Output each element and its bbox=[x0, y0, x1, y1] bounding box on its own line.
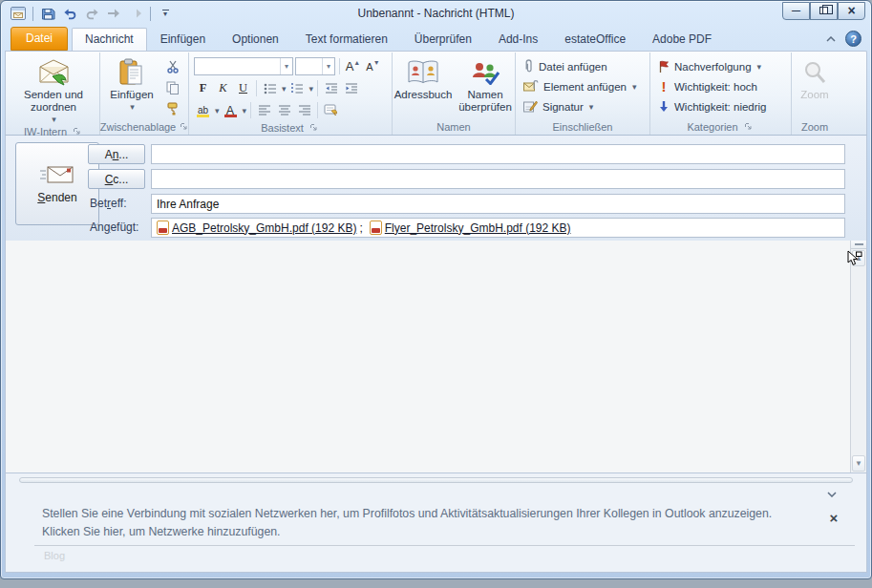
dialog-launcher-icon[interactable] bbox=[308, 122, 320, 134]
send-envelope-icon bbox=[38, 164, 76, 185]
send-and-assign-button[interactable]: Senden und zuordnen ▾ bbox=[10, 53, 97, 126]
ribbon-tabbar: Datei Nachricht Einfügen Optionen Text f… bbox=[5, 26, 867, 51]
titlebar: ▾ Unbenannt - Nachricht (HTML) — × bbox=[5, 1, 867, 26]
scroll-down-button[interactable]: ▼ bbox=[852, 455, 865, 472]
font-color-icon[interactable]: A bbox=[222, 101, 240, 119]
people-pane-splitter[interactable] bbox=[19, 477, 853, 483]
arrow-down-icon bbox=[658, 100, 670, 113]
clipboard-small-buttons bbox=[161, 53, 184, 118]
to-input[interactable] bbox=[151, 144, 845, 164]
social-connect-message[interactable]: Stellen Sie eine Verbindung mit sozialen… bbox=[42, 505, 809, 541]
attachment-item[interactable]: AGB_Petrolsky_GmbH.pdf (192 KB); bbox=[157, 220, 363, 235]
cc-label: Cc... bbox=[105, 173, 129, 186]
address-book-button[interactable]: Adressbuch bbox=[393, 53, 454, 118]
tab-einfuegen[interactable]: Einfügen bbox=[147, 28, 219, 51]
attach-item-button[interactable]: Element anfügen ▾ bbox=[518, 76, 648, 96]
follow-up-label: Nachverfolgung bbox=[674, 61, 752, 73]
group-label-einschliessen: Einschließen bbox=[518, 118, 648, 135]
address-book-label: Adressbuch bbox=[394, 89, 453, 101]
attach-file-label: Datei anfügen bbox=[539, 61, 607, 73]
send-assign-envelope-icon bbox=[36, 56, 71, 89]
tab-add-ins[interactable]: Add-Ins bbox=[485, 28, 551, 51]
group-zoom: Zoom Zoom bbox=[792, 52, 838, 135]
tab-nachricht[interactable]: Nachricht bbox=[72, 28, 147, 51]
tabbar-right: ? bbox=[824, 31, 861, 47]
styles-icon[interactable] bbox=[322, 101, 340, 119]
dialog-launcher-icon[interactable] bbox=[181, 121, 188, 133]
follow-up-button[interactable]: Nachverfolgung ▾ bbox=[652, 56, 789, 76]
people-pane-expand-icon[interactable] bbox=[824, 489, 840, 500]
minimize-ribbon-icon[interactable] bbox=[824, 33, 838, 45]
zoom-label: Zoom bbox=[800, 89, 828, 101]
highlight-icon[interactable]: ab bbox=[194, 101, 212, 119]
align-left-icon[interactable] bbox=[255, 101, 273, 119]
font-size-combo[interactable]: ▾ bbox=[295, 57, 335, 75]
subject-input[interactable]: Ihre Anfrage bbox=[151, 194, 845, 214]
save-icon[interactable] bbox=[38, 5, 57, 23]
decrease-indent-icon[interactable] bbox=[322, 79, 340, 97]
align-center-icon[interactable] bbox=[275, 101, 293, 119]
attachment-link[interactable]: Flyer_Petrolsky_GmbH.pdf (192 KB) bbox=[385, 221, 571, 235]
clipboard-icon bbox=[119, 56, 144, 89]
message-body-canvas[interactable] bbox=[6, 241, 850, 472]
check-names-button[interactable]: Namen überprüfen bbox=[456, 53, 515, 118]
chevron-down-icon[interactable]: ▾ bbox=[243, 106, 247, 116]
customize-qat-icon[interactable]: ▾ bbox=[156, 5, 175, 23]
align-right-icon[interactable] bbox=[295, 101, 313, 119]
cc-button[interactable]: Cc... bbox=[88, 169, 145, 189]
attachment-link[interactable]: AGB_Petrolsky_GmbH.pdf (192 KB) bbox=[172, 221, 356, 235]
dialog-launcher-icon[interactable] bbox=[743, 121, 755, 133]
message-window-icon[interactable] bbox=[9, 5, 28, 23]
grow-font-icon[interactable]: A▲ bbox=[344, 57, 362, 75]
qat-separator bbox=[32, 7, 33, 21]
tab-ueberpruefen[interactable]: Überprüfen bbox=[401, 28, 485, 51]
address-book-icon bbox=[407, 56, 439, 89]
undo-icon[interactable] bbox=[60, 5, 79, 23]
signature-button[interactable]: Signatur ▾ bbox=[518, 96, 648, 116]
tab-optionen[interactable]: Optionen bbox=[219, 28, 292, 51]
chevron-down-icon[interactable]: ▾ bbox=[309, 84, 314, 94]
tab-datei[interactable]: Datei bbox=[11, 27, 68, 51]
chevron-down-icon[interactable]: ▾ bbox=[215, 106, 220, 116]
chevron-down-icon: ▾ bbox=[130, 101, 135, 114]
minimize-button[interactable]: — bbox=[782, 2, 810, 20]
tab-text-formatieren[interactable]: Text formatieren bbox=[292, 28, 401, 51]
tab-adobe-pdf[interactable]: Adobe PDF bbox=[639, 28, 725, 51]
close-button[interactable]: × bbox=[838, 2, 865, 20]
help-icon[interactable]: ? bbox=[845, 31, 861, 47]
scrollbar-split-handle[interactable] bbox=[851, 241, 866, 249]
attach-item-icon bbox=[523, 80, 539, 93]
message-header-form: Senden An... Cc... Betreff: Ihre Anfrage… bbox=[5, 136, 867, 241]
attached-field: AGB_Petrolsky_GmbH.pdf (192 KB); Flyer_P… bbox=[151, 218, 845, 238]
numbered-list-icon[interactable] bbox=[288, 79, 307, 97]
importance-high-button[interactable]: ! Wichtigkeit: hoch bbox=[652, 76, 789, 96]
to-button[interactable]: An... bbox=[88, 144, 145, 164]
cut-icon[interactable] bbox=[163, 57, 182, 75]
message-body[interactable]: ▲ ▼ bbox=[5, 241, 867, 473]
shrink-font-icon[interactable]: A▼ bbox=[364, 57, 382, 75]
cc-input[interactable] bbox=[151, 169, 845, 189]
restore-button[interactable] bbox=[810, 2, 838, 20]
chevron-down-icon[interactable]: ▾ bbox=[282, 84, 287, 94]
attachment-item[interactable]: Flyer_Petrolsky_GmbH.pdf (192 KB) bbox=[370, 220, 574, 235]
increase-indent-icon[interactable] bbox=[342, 79, 360, 97]
people-pane: Stellen Sie eine Verbindung mit sozialen… bbox=[5, 473, 867, 573]
font-name-combo[interactable]: ▾ bbox=[194, 57, 293, 75]
paperclip-icon bbox=[523, 59, 534, 74]
send-button[interactable]: Senden bbox=[15, 142, 99, 225]
group-label-basistext: Basistext bbox=[191, 120, 390, 135]
format-painter-icon[interactable] bbox=[163, 99, 182, 117]
underline-icon[interactable]: U bbox=[234, 79, 252, 97]
scrollbar-track[interactable] bbox=[851, 267, 866, 454]
copy-icon[interactable] bbox=[163, 78, 182, 96]
italic-icon[interactable]: K bbox=[214, 79, 232, 97]
vertical-scrollbar[interactable]: ▲ ▼ bbox=[850, 241, 866, 472]
tab-estateoffice[interactable]: estateOffice bbox=[551, 28, 639, 51]
paste-button[interactable]: Einfügen ▾ bbox=[102, 53, 161, 118]
importance-low-button[interactable]: Wichtigkeit: niedrig bbox=[652, 96, 789, 116]
attach-file-button[interactable]: Datei anfügen bbox=[518, 56, 648, 76]
paste-label: Einfügen bbox=[110, 89, 153, 101]
social-close-icon[interactable]: × bbox=[826, 510, 841, 525]
bullet-list-icon[interactable] bbox=[261, 79, 279, 97]
bold-icon[interactable]: F bbox=[194, 79, 212, 97]
